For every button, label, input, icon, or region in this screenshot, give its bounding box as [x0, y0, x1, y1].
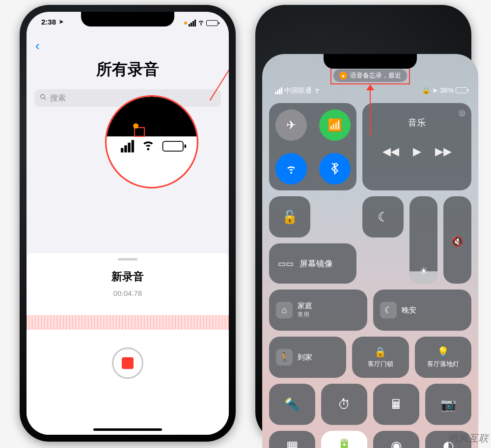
screen-right: ● 语音备忘录，最近 中国联通 🔒 ➤ 36% ✈	[262, 54, 478, 448]
screen-mirroring-button[interactable]: ▭▭ 屏幕镜像	[269, 243, 356, 284]
home-icon: ⌂	[276, 302, 293, 318]
search-placeholder: 搜索	[50, 93, 66, 104]
orientation-lock-button[interactable]: 🔓	[269, 196, 310, 237]
lock-icon: 🔒	[422, 86, 430, 94]
goodnight-scene-button[interactable]: ☾ 晚安	[373, 290, 471, 331]
low-power-button[interactable]: 🔋	[321, 431, 367, 448]
search-icon	[39, 93, 47, 103]
wifi-icon	[197, 19, 205, 27]
music-panel[interactable]: ◎ 音乐 ◀◀ ▶ ▶▶	[362, 103, 471, 190]
location-icon: ➤	[432, 86, 438, 94]
phone-right: ● 语音备忘录，最近 中国联通 🔒 ➤ 36% ✈	[255, 5, 471, 442]
pill-label: 语音备忘录，最近	[350, 71, 401, 80]
lock-icon: 🔒	[374, 346, 386, 358]
phone-left: 2:38 ➤ ‹ 所有录音 搜索	[20, 5, 236, 442]
recording-pill[interactable]: ● 语音备忘录，最近	[333, 69, 407, 82]
timer-button[interactable]: ⏱	[321, 384, 367, 425]
waveform	[27, 315, 229, 330]
mic-icon: ●	[339, 72, 347, 79]
recording-pill-highlight: ● 语音备忘录，最近	[330, 67, 410, 84]
moon-icon: ☾	[380, 302, 397, 318]
next-track-button[interactable]: ▶▶	[435, 145, 452, 158]
arrow-annotation	[366, 84, 374, 136]
wifi-toggle[interactable]	[275, 153, 307, 184]
cellular-toggle[interactable]: 📶	[319, 109, 351, 141]
mirror-icon: ▭▭	[278, 259, 294, 269]
magnifier-callout	[105, 95, 198, 188]
control-center: ✈ 📶 ◎ 音乐 ◀◀ ▶ ▶▶	[269, 103, 471, 448]
brightness-slider[interactable]: ☀	[409, 196, 437, 284]
goodnight-label: 晚安	[402, 306, 416, 315]
arrive-label: 到家	[298, 353, 312, 362]
cellular-icon	[189, 20, 196, 26]
status-time: 2:38	[41, 18, 56, 26]
svg-line-1	[44, 98, 46, 100]
battery-icon	[206, 20, 218, 26]
battery-icon	[456, 87, 467, 93]
mic-indicator-dot	[184, 22, 187, 25]
mute-icon: 🔇	[451, 236, 464, 247]
flashlight-button[interactable]: 🔦	[269, 384, 315, 425]
home-label: 家庭	[298, 301, 312, 310]
wifi-icon	[314, 87, 321, 95]
home-sub: 常用	[298, 311, 312, 319]
sheet-grabber[interactable]	[118, 258, 137, 261]
person-icon: 🚶	[276, 349, 293, 366]
screen-left: 2:38 ➤ ‹ 所有录音 搜索	[27, 12, 229, 435]
lock-label: 客厅门锁	[368, 360, 393, 369]
page-title: 所有录音	[27, 59, 229, 80]
arrive-scene-button[interactable]: 🚶 到家	[269, 337, 346, 378]
notch	[324, 54, 417, 69]
back-button[interactable]: ‹	[35, 38, 40, 53]
wifi-icon	[141, 137, 155, 155]
location-icon: ➤	[59, 19, 63, 25]
qr-scan-button[interactable]: ▦	[269, 431, 315, 448]
battery-icon	[162, 141, 183, 152]
door-lock-button[interactable]: 🔒 客厅门锁	[352, 337, 409, 378]
notch	[81, 12, 174, 26]
dnd-button[interactable]: ☾	[362, 196, 404, 237]
mirror-label: 屏幕镜像	[300, 258, 333, 269]
home-scene-button[interactable]: ⌂ 家庭常用	[269, 290, 367, 331]
battery-text: 36%	[440, 86, 454, 94]
cellular-icon	[275, 87, 282, 94]
home-indicator[interactable]	[93, 428, 162, 431]
airplay-icon[interactable]: ◎	[459, 108, 465, 117]
lamp-button[interactable]: 💡 客厅落地灯	[415, 337, 472, 378]
connectivity-panel[interactable]: ✈ 📶	[269, 103, 356, 190]
prev-track-button[interactable]: ◀◀	[382, 145, 399, 158]
stop-record-button[interactable]	[112, 347, 143, 379]
volume-slider[interactable]: 🔇	[443, 196, 471, 284]
cellular-icon	[120, 140, 134, 152]
recording-title: 新录音	[27, 269, 229, 284]
carrier-label: 中国联通	[284, 86, 312, 95]
music-label: 音乐	[362, 117, 471, 129]
airplane-toggle[interactable]: ✈	[275, 109, 307, 141]
recording-sheet: 新录音 00:04.78	[27, 253, 229, 435]
record-screen-button[interactable]: ◉	[373, 431, 419, 448]
recording-timer: 00:04.78	[27, 289, 229, 297]
lamp-label: 客厅落地灯	[427, 360, 459, 369]
svg-point-0	[41, 95, 45, 99]
watermark: 鸿风互联	[448, 432, 489, 445]
calculator-button[interactable]: 🖩	[373, 384, 419, 425]
bluetooth-toggle[interactable]	[319, 153, 351, 184]
play-button[interactable]: ▶	[413, 145, 421, 158]
camera-button[interactable]: 📷	[425, 384, 471, 425]
bulb-icon: 💡	[437, 346, 449, 358]
